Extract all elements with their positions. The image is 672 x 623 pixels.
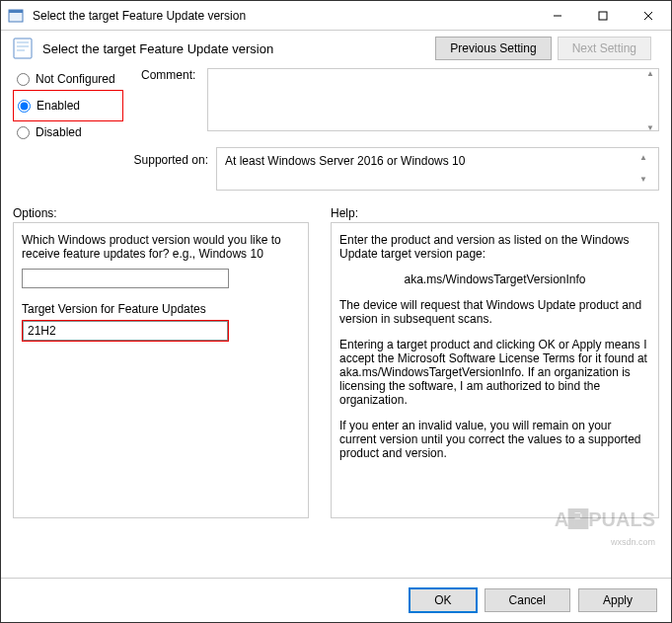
maximize-button[interactable] [580, 1, 626, 30]
radio-not-configured-row[interactable]: Not Configured [13, 68, 123, 90]
supported-on-value: At least Windows Server 2016 or Windows … [225, 154, 465, 168]
svg-rect-7 [17, 41, 29, 43]
svg-rect-9 [17, 49, 25, 51]
ok-button[interactable]: OK [410, 588, 476, 612]
next-setting-button: Next Setting [558, 37, 651, 60]
policy-sheet-icon [11, 37, 35, 60]
help-pane-label: Help: [331, 206, 358, 220]
radio-enabled-label: Enabled [37, 99, 80, 113]
close-button[interactable] [626, 1, 671, 30]
supported-on-box: At least Windows Server 2016 or Windows … [216, 147, 659, 191]
cancel-button[interactable]: Cancel [485, 588, 570, 612]
radio-disabled-label: Disabled [36, 125, 82, 139]
svg-rect-3 [599, 12, 607, 20]
comment-textarea[interactable] [207, 68, 659, 131]
window-icon [8, 8, 24, 24]
help-text-1: Enter the product and version as listed … [339, 233, 650, 261]
target-version-input[interactable] [23, 321, 228, 341]
dialog-footer: OK Cancel Apply [1, 578, 671, 622]
help-text-4: If you enter an invalid value, you will … [339, 419, 650, 460]
options-pane-label: Options: [13, 206, 57, 220]
options-pane: Which Windows product version would you … [13, 222, 309, 518]
product-version-question: Which Windows product version would you … [22, 233, 300, 261]
supported-scrollbar[interactable]: ▲▼ [636, 154, 650, 184]
help-text-3: Entering a target product and clicking O… [339, 338, 650, 407]
radio-disabled[interactable] [17, 126, 30, 139]
watermark-sub: wxsdn.com [611, 537, 655, 547]
comment-label: Comment: [123, 68, 195, 82]
previous-setting-button[interactable]: Previous Setting [435, 37, 551, 60]
window-title: Select the target Feature Update version [31, 9, 535, 23]
help-text-2: The device will request that Windows Upd… [339, 298, 650, 326]
radio-enabled-highlight: Enabled [13, 90, 123, 121]
radio-disabled-row[interactable]: Disabled [13, 121, 123, 143]
svg-rect-8 [17, 45, 29, 47]
help-link-text: aka.ms/WindowsTargetVersionInfo [339, 273, 650, 286]
supported-on-label: Supported on: [129, 147, 208, 167]
radio-enabled[interactable] [18, 100, 31, 113]
titlebar: Select the target Feature Update version [1, 1, 671, 31]
radio-not-configured-label: Not Configured [36, 72, 115, 86]
product-version-input[interactable] [22, 269, 229, 288]
comment-scrollbar[interactable]: ▲▼ [643, 70, 657, 132]
apply-button[interactable]: Apply [578, 588, 657, 612]
gpedit-policy-dialog: Select the target Feature Update version… [0, 0, 672, 623]
svg-rect-1 [9, 10, 23, 13]
minimize-button[interactable] [535, 1, 580, 30]
window-controls [535, 1, 671, 30]
policy-title: Select the target Feature Update version [42, 41, 417, 56]
radio-enabled-row[interactable]: Enabled [18, 95, 118, 117]
target-version-label: Target Version for Feature Updates [22, 302, 300, 316]
radio-not-configured[interactable] [17, 73, 30, 86]
policy-header: Select the target Feature Update version… [1, 31, 671, 60]
help-pane: Enter the product and version as listed … [331, 222, 659, 518]
